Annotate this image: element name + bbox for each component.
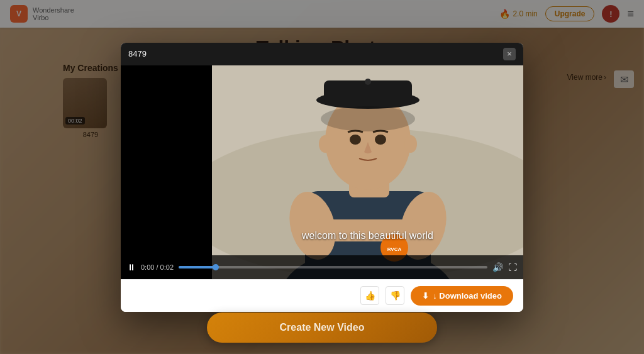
progress-fill	[179, 266, 216, 268]
video-photo: RVCA	[212, 65, 523, 279]
video-area: RVCA	[121, 65, 523, 279]
thumbs-down-button[interactable]: 👎	[386, 286, 404, 305]
video-left-black	[121, 65, 212, 279]
svg-point-18	[321, 106, 415, 131]
video-modal: 8479 ×	[121, 43, 523, 312]
video-subtitle: welcom to this beautiful world	[302, 230, 433, 241]
time-total: 0:02	[160, 263, 174, 271]
video-footer: 👍 👎 ⬇ ↓ Download video	[121, 279, 523, 312]
svg-point-13	[365, 79, 371, 85]
download-icon: ⬇	[422, 291, 429, 301]
progress-bar[interactable]	[179, 266, 487, 268]
volume-icon[interactable]: 🔊	[492, 262, 503, 272]
modal-title: 8479	[128, 49, 147, 58]
svg-text:RVCA: RVCA	[387, 246, 402, 252]
modal-header: 8479 ×	[121, 43, 523, 65]
modal-overlay: 8479 ×	[0, 0, 644, 354]
time-current: 0:00	[141, 263, 154, 271]
download-button[interactable]: ⬇ ↓ Download video	[411, 286, 513, 306]
progress-thumb	[213, 264, 219, 270]
thumbs-up-button[interactable]: 👍	[360, 286, 379, 305]
create-new-video-button[interactable]: Create New Video	[207, 313, 437, 343]
modal-close-button[interactable]: ×	[503, 48, 516, 60]
time-display: 0:00 / 0:02	[141, 263, 174, 271]
video-controls: ⏸ 0:00 / 0:02 🔊 ⛶	[121, 255, 523, 279]
person-image: RVCA	[212, 65, 523, 279]
svg-point-14	[350, 135, 361, 145]
svg-point-16	[319, 135, 331, 153]
play-pause-button[interactable]: ⏸	[127, 262, 136, 272]
svg-point-15	[375, 135, 386, 145]
download-label: ↓ Download video	[433, 291, 502, 301]
svg-point-17	[404, 135, 417, 153]
fullscreen-icon[interactable]: ⛶	[508, 262, 517, 272]
